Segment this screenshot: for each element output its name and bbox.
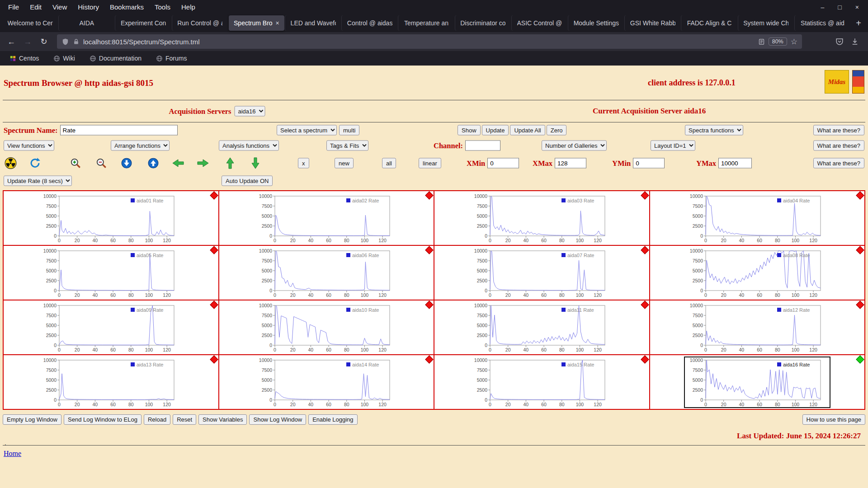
multi-button[interactable]: multi bbox=[339, 125, 359, 136]
arrange-functions-dropdown[interactable]: Arrange functions bbox=[111, 141, 170, 151]
ymax-input[interactable] bbox=[718, 158, 752, 169]
tags-fits-dropdown[interactable]: Tags & Fits bbox=[326, 141, 368, 151]
panel-aida01-rate[interactable]: 025005000750010000020406080100120aida01 … bbox=[4, 191, 218, 245]
tab-discriminator-co[interactable]: Discriminator co bbox=[455, 15, 511, 31]
site-info-icon[interactable] bbox=[73, 38, 80, 45]
tab-close-icon[interactable]: × bbox=[276, 19, 279, 27]
all-button[interactable]: all bbox=[382, 158, 396, 169]
ymin-input[interactable] bbox=[633, 158, 665, 169]
panel-aida09-rate[interactable]: 025005000750010000020406080100120aida09 … bbox=[4, 300, 218, 354]
empty-log-window-button[interactable]: Empty Log Window bbox=[3, 414, 61, 425]
close-icon[interactable]: × bbox=[855, 4, 859, 11]
red-diamond-icon[interactable] bbox=[210, 246, 218, 254]
panel-aida08-rate[interactable]: 025005000750010000020406080100120aida08 … bbox=[650, 246, 865, 300]
tab-fadc-align-c[interactable]: FADC Align & C bbox=[681, 15, 737, 31]
what-are-these-button-3[interactable]: What are these? bbox=[813, 158, 864, 169]
radiation-icon[interactable] bbox=[5, 157, 17, 169]
home-link[interactable]: Home bbox=[4, 450, 21, 458]
zoom-out-icon[interactable] bbox=[95, 157, 107, 169]
minimize-icon[interactable]: – bbox=[821, 4, 825, 11]
channel-input[interactable] bbox=[465, 141, 500, 151]
panel-aida15-rate[interactable]: 025005000750010000020406080100120aida15 … bbox=[434, 355, 649, 409]
menu-history[interactable]: History bbox=[72, 3, 104, 11]
panel-aida14-rate[interactable]: 025005000750010000020406080100120aida14 … bbox=[219, 355, 434, 409]
red-diamond-icon[interactable] bbox=[641, 246, 649, 254]
auto-update-button[interactable]: Auto Update ON bbox=[222, 176, 273, 186]
red-diamond-icon[interactable] bbox=[641, 355, 649, 363]
acquisition-server-dropdown[interactable]: aida16 bbox=[234, 106, 265, 117]
tab-welcome-to-cen[interactable]: Welcome to Cen bbox=[2, 15, 58, 31]
new-tab-button[interactable]: + bbox=[851, 15, 866, 31]
arrow-up-icon[interactable] bbox=[225, 157, 236, 169]
panel-aida13-rate[interactable]: 025005000750010000020406080100120aida13 … bbox=[4, 355, 218, 409]
red-diamond-icon[interactable] bbox=[856, 191, 864, 199]
panel-aida04-rate[interactable]: 025005000750010000020406080100120aida04 … bbox=[650, 191, 865, 245]
url-bar[interactable]: localhost:8015/Spectrum/Spectrum.tml 80%… bbox=[57, 34, 802, 49]
url-text[interactable]: localhost:8015/Spectrum/Spectrum.tml bbox=[83, 38, 755, 46]
red-diamond-icon[interactable] bbox=[425, 191, 433, 199]
new-button[interactable]: new bbox=[335, 158, 354, 169]
update-button[interactable]: Update bbox=[482, 125, 509, 136]
reload-button[interactable]: Reload bbox=[144, 414, 170, 425]
panel-aida11-rate[interactable]: 025005000750010000020406080100120aida11 … bbox=[434, 300, 649, 354]
panel-aida10-rate[interactable]: 025005000750010000020406080100120aida10 … bbox=[219, 300, 434, 354]
arrow-right-icon[interactable] bbox=[197, 158, 209, 169]
maximize-icon[interactable]: □ bbox=[838, 4, 841, 11]
green-diamond-icon[interactable] bbox=[856, 355, 864, 363]
tab-system-wide-ch[interactable]: System wide Ch bbox=[738, 15, 794, 31]
xmin-input[interactable] bbox=[487, 158, 519, 169]
red-diamond-icon[interactable] bbox=[210, 355, 218, 363]
tab-module-settings[interactable]: Module Settings bbox=[568, 15, 624, 31]
red-diamond-icon[interactable] bbox=[856, 246, 864, 254]
reader-mode-icon[interactable] bbox=[758, 38, 765, 45]
update-rate-dropdown[interactable]: Update Rate (8 secs) bbox=[4, 176, 72, 186]
bookmark-centos[interactable]: Centos bbox=[5, 53, 43, 63]
zoom-level-badge[interactable]: 80% bbox=[769, 38, 787, 46]
send-log-window-to-elog-button[interactable]: Send Log Window to ELog bbox=[64, 414, 142, 425]
red-diamond-icon[interactable] bbox=[641, 300, 649, 309]
bookmark-documentation[interactable]: Documentation bbox=[85, 53, 146, 63]
tab-statistics-aid[interactable]: Statistics @ aid bbox=[795, 15, 850, 31]
enable-logging-button[interactable]: Enable Logging bbox=[308, 414, 357, 425]
red-diamond-icon[interactable] bbox=[425, 300, 433, 309]
spectrum-name-input[interactable] bbox=[60, 125, 178, 136]
tab-led-and-wavefo[interactable]: LED and Wavefo bbox=[285, 15, 341, 31]
bookmark-wiki[interactable]: Wiki bbox=[49, 53, 79, 63]
analysis-functions-dropdown[interactable]: Analysis functions bbox=[219, 141, 279, 151]
red-diamond-icon[interactable] bbox=[210, 300, 218, 309]
menu-bookmarks[interactable]: Bookmarks bbox=[104, 3, 149, 11]
bookmark-forums[interactable]: Forums bbox=[152, 53, 191, 63]
red-diamond-icon[interactable] bbox=[425, 246, 433, 254]
downloads-icon[interactable] bbox=[851, 38, 859, 46]
spectra-functions-dropdown[interactable]: Spectra functions bbox=[685, 125, 743, 136]
red-diamond-icon[interactable] bbox=[425, 355, 433, 363]
zoom-in-icon[interactable] bbox=[70, 157, 81, 169]
what-are-these-button-1[interactable]: What are these? bbox=[813, 125, 864, 136]
view-functions-dropdown[interactable]: View functions bbox=[4, 141, 54, 151]
red-diamond-icon[interactable] bbox=[210, 191, 218, 199]
refresh-icon[interactable] bbox=[29, 157, 41, 169]
linear-button[interactable]: linear bbox=[419, 158, 441, 169]
panel-aida12-rate[interactable]: 025005000750010000020406080100120aida12 … bbox=[650, 300, 865, 354]
panel-aida07-rate[interactable]: 025005000750010000020406080100120aida07 … bbox=[434, 246, 649, 300]
menu-help[interactable]: Help bbox=[176, 3, 201, 11]
pocket-icon[interactable] bbox=[835, 38, 844, 46]
show-button[interactable]: Show bbox=[458, 125, 481, 136]
select-spectrum-dropdown[interactable]: Select a spectrum bbox=[277, 125, 337, 136]
x-button[interactable]: x bbox=[298, 158, 309, 169]
bookmark-star-icon[interactable]: ☆ bbox=[791, 37, 797, 47]
panel-aida16-rate[interactable]: 025005000750010000020406080100120aida16 … bbox=[650, 355, 865, 409]
move-up-icon[interactable] bbox=[147, 157, 159, 169]
tab-aida[interactable]: AIDA bbox=[59, 15, 114, 31]
red-diamond-icon[interactable] bbox=[856, 300, 864, 309]
layout-id-dropdown[interactable]: Layout ID=1 bbox=[651, 141, 695, 151]
reset-button[interactable]: Reset bbox=[173, 414, 196, 425]
panel-aida02-rate[interactable]: 025005000750010000020406080100120aida02 … bbox=[219, 191, 434, 245]
number-of-galleries-dropdown[interactable]: Number of Galleries bbox=[542, 141, 607, 151]
tab-experiment-cont[interactable]: Experiment Cont bbox=[115, 15, 171, 31]
menu-file[interactable]: File bbox=[3, 3, 24, 11]
tab-spectrum-bro[interactable]: Spectrum Bro× bbox=[229, 15, 284, 31]
show-log-window-button[interactable]: Show Log Window bbox=[249, 414, 306, 425]
tab-control-aidas[interactable]: Control @ aidas bbox=[342, 15, 397, 31]
update-all-button[interactable]: Update All bbox=[510, 125, 545, 136]
